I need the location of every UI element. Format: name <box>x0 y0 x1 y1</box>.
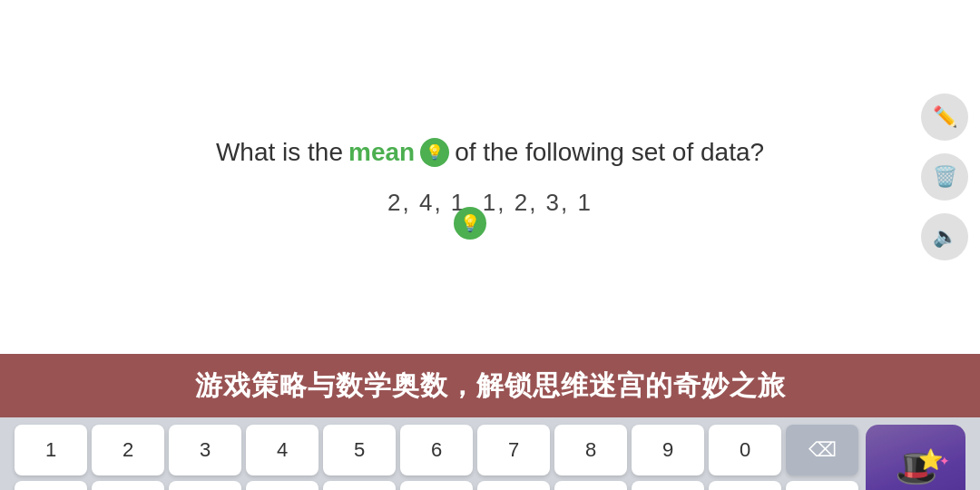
key-colon[interactable]: : <box>709 481 781 490</box>
audio-icon: 🔈 <box>933 225 957 249</box>
edit-button[interactable]: ✏️ <box>921 93 968 141</box>
star-icon-2: ✦ <box>939 454 950 468</box>
key-divide[interactable]: ÷ <box>246 481 318 490</box>
key-greater[interactable]: > <box>554 481 627 490</box>
key-4[interactable]: 4 <box>246 425 318 475</box>
right-action-buttons: ✏️ 🗑️ 🔈 <box>918 0 980 354</box>
highlight-mean: mean <box>348 138 415 167</box>
lightbulb-icon: 💡 <box>420 138 449 167</box>
key-1[interactable]: 1 <box>15 425 87 475</box>
key-6[interactable]: 6 <box>400 425 473 475</box>
key-slash[interactable]: / <box>400 481 473 490</box>
backspace-icon: ⌫ <box>808 438 837 462</box>
edit-icon: ✏️ <box>933 105 957 129</box>
keyboard-plus-cast: 1 2 3 4 5 6 7 8 9 0 ⌫ + - × ÷ . <box>0 425 965 490</box>
keyboard-keys: 1 2 3 4 5 6 7 8 9 0 ⌫ + - × ÷ . <box>0 425 858 490</box>
cast-spell-button[interactable]: 🎩 ⭐ ✦ Cast Spell <box>866 425 965 490</box>
key-3[interactable]: 3 <box>169 425 241 475</box>
cast-spell-inner: 🎩 ⭐ ✦ Cast Spell <box>883 448 949 491</box>
key-7[interactable]: 7 <box>477 425 550 475</box>
key-2[interactable]: 2 <box>92 425 164 475</box>
main-content-area: What is the mean 💡 of the following set … <box>0 0 980 354</box>
key-equals[interactable]: = <box>632 481 704 490</box>
question-container: What is the mean 💡 of the following set … <box>216 138 764 167</box>
question-prefix: What is the <box>216 138 343 167</box>
spell-graphic: 🎩 ⭐ ✦ <box>888 448 943 488</box>
delete-icon: 🗑️ <box>933 165 957 189</box>
dataset-display: 2, 4, 1, 1, 2, 3, 1 <box>387 189 593 217</box>
key-5[interactable]: 5 <box>323 425 396 475</box>
key-0[interactable]: 0 <box>709 425 781 475</box>
delete-button[interactable]: 🗑️ <box>921 153 968 201</box>
key-8[interactable]: 8 <box>554 425 627 475</box>
keyboard-row-2: + - × ÷ . / < > = : SPACE <box>7 481 858 490</box>
banner-text: 游戏策略与数学奥数，解锁思维迷宫的奇妙之旅 <box>195 368 786 405</box>
key-space[interactable]: SPACE <box>786 481 858 490</box>
question-suffix: of the following set of data? <box>455 138 764 167</box>
banner: 游戏策略与数学奥数，解锁思维迷宫的奇妙之旅 <box>0 354 980 417</box>
keyboard-area: 1 2 3 4 5 6 7 8 9 0 ⌫ + - × ÷ . <box>0 417 980 490</box>
key-dot[interactable]: . <box>323 481 396 490</box>
key-minus[interactable]: - <box>92 481 164 490</box>
key-backspace[interactable]: ⌫ <box>786 425 858 475</box>
banner-lightbulb-icon: 💡 <box>454 207 486 240</box>
audio-button[interactable]: 🔈 <box>921 213 968 260</box>
key-less[interactable]: < <box>477 481 550 490</box>
key-9[interactable]: 9 <box>632 425 704 475</box>
key-multiply[interactable]: × <box>169 481 241 490</box>
key-plus[interactable]: + <box>15 481 87 490</box>
keyboard-row-1: 1 2 3 4 5 6 7 8 9 0 ⌫ <box>7 425 858 475</box>
